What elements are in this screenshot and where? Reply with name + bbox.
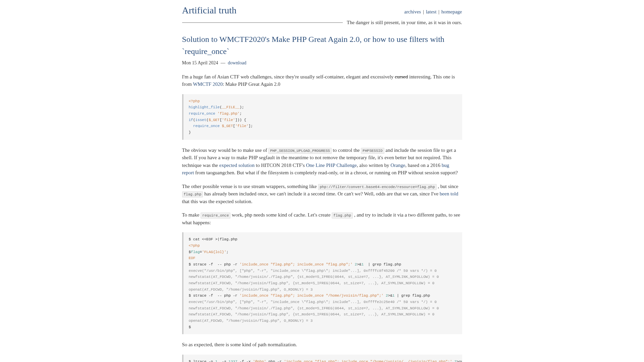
article-title[interactable]: Solution to WMCTF2020's Make PHP Great A…: [182, 33, 462, 57]
code-token: [: [220, 118, 222, 122]
code-token: | grep flag.php: [394, 294, 430, 298]
code-token: execve("/usr/bin/php", ["php", "-r", "in…: [189, 300, 437, 304]
code-token: 'include_once "flag.php"; include_once "…: [239, 262, 353, 266]
code-token: >&: [357, 262, 361, 266]
code-token: EOF: [189, 256, 196, 260]
code-token: 'include_once "flag.php"; include_once "…: [284, 360, 452, 362]
text: to control the: [332, 147, 361, 153]
expected-solution-link[interactable]: expected solution: [219, 163, 255, 168]
paragraph-stream: The other possible venue is to use strea…: [182, 183, 462, 205]
code-token: flag: [191, 250, 200, 254]
inline-code: flag.php: [182, 191, 203, 197]
code-block-strace: $ cat <<EOF >|flag.php <?php $flag='FLAG…: [182, 232, 462, 334]
code-token: 'flag.php': [217, 112, 239, 116]
code-token: if: [189, 118, 193, 122]
text: , also written by: [357, 163, 390, 168]
nav-latest[interactable]: latest: [426, 9, 437, 14]
code-token: >&: [388, 294, 392, 298]
code-token: 'file': [222, 118, 235, 122]
code-token: php -r: [266, 360, 284, 362]
code-token: );: [239, 105, 244, 109]
been-told-link[interactable]: been told: [440, 191, 458, 196]
inline-code: php://filter/convert.base64-encode/resou…: [318, 184, 436, 190]
code-token: -f -x: [237, 360, 253, 362]
text: The obvious way would be to make use of: [182, 147, 269, 153]
text: : Make PHP Great Again 2.0: [223, 81, 280, 87]
text: has already been included once, we can't…: [203, 191, 440, 196]
code-token: <?php: [189, 99, 200, 103]
text: from taoguangchen. But what if the files…: [194, 170, 458, 175]
article-date: Mon 15 April 2024: [182, 60, 218, 65]
nav-archives[interactable]: archives: [404, 9, 421, 14]
code-token: openat(AT_FDCWD, "/home/jvoisin/flag.php…: [189, 288, 313, 292]
text: that this was the expected solution.: [182, 199, 253, 204]
one-line-php-link[interactable]: One Line PHP Challenge: [306, 163, 357, 168]
code-token: highlight_file: [189, 105, 220, 109]
inline-code: PHP_SESSION_UPLOAD_PROGRESS: [268, 148, 331, 154]
site-title[interactable]: Artificial truth: [182, 3, 237, 17]
paragraph-obvious: The obvious way would be to make use of …: [182, 146, 462, 177]
top-nav: archives | latest | homepage: [404, 8, 462, 16]
code-token: ];: [249, 124, 253, 128]
code-token: <?php: [189, 244, 200, 248]
code-token: 1337: [228, 360, 237, 362]
code-token: ])) {: [235, 118, 246, 122]
code-token: newfstatat(AT_FDCWD, "/home/jvoisin/flag…: [189, 312, 435, 316]
code-token: require_once: [189, 124, 220, 128]
code-token: 2: [383, 294, 388, 298]
nav-homepage[interactable]: homepage: [441, 9, 462, 14]
code-token: 'include_once "flag.php"; include_once "…: [239, 294, 383, 298]
code-token: newfstatat(AT_FDCWD, "/home/jvoisin/./fl…: [189, 306, 439, 310]
code-token: $: [189, 325, 191, 329]
code-token: $ strace -f -- php -r: [189, 294, 240, 298]
code-token: __FILE__: [222, 105, 240, 109]
code-token: }: [189, 130, 191, 134]
paragraph-intro: I'm a huge fan of Asian CTF web challeng…: [182, 73, 462, 88]
code-token: require_once: [189, 112, 215, 116]
code-token: [452, 360, 454, 362]
code-token: | grep flag.php: [364, 262, 401, 266]
orange-link[interactable]: Orange: [390, 163, 405, 168]
code-token: '@php': [253, 360, 266, 362]
code-token: newfstatat(AT_FDCWD, "/home/jvoisin/./fl…: [189, 275, 439, 279]
inline-code: flag.php: [332, 213, 353, 219]
nav-sep: |: [422, 9, 425, 14]
text: work, php needs some kind of cache. Let'…: [230, 212, 332, 218]
paragraph-cache: To make require_once work, php needs som…: [182, 211, 462, 226]
text: I'm a huge fan of Asian CTF web challeng…: [182, 74, 395, 79]
code-token: $_GET: [222, 124, 233, 128]
text: , based on a 2016: [405, 163, 441, 168]
text: To make: [182, 212, 201, 218]
code-token: $_GET: [209, 118, 220, 122]
code-token: $ strace -f -- php -r: [189, 262, 240, 266]
text: , but since: [437, 184, 459, 189]
code-token: -s: [217, 360, 228, 362]
code-token: ;: [226, 250, 229, 254]
meta-dash: —: [219, 60, 226, 65]
code-token: >out.txt: [457, 360, 462, 362]
code-block-php: <?php highlight_file(__FILE__); require_…: [182, 94, 462, 140]
code-token: (: [220, 105, 222, 109]
article-meta: Mon 15 April 2024 — download: [182, 59, 462, 66]
code-token: openat(AT_FDCWD, "/home/jvoisin/flag.php…: [189, 319, 313, 323]
code-token: 2: [353, 262, 357, 266]
paragraph-normalization: So as expected, there is some kind of pa…: [182, 341, 462, 349]
code-token: ;: [239, 112, 242, 116]
code-token: execve("/usr/bin/php", ["php", "-r", "in…: [189, 269, 437, 273]
tagline-row: The danger is still present, in your tim…: [182, 19, 462, 26]
code-token: newfstatat(AT_FDCWD, "/home/jvoisin/flag…: [189, 281, 435, 285]
tagline: The danger is still present, in your tim…: [347, 19, 462, 26]
download-link[interactable]: download: [228, 60, 246, 65]
code-token: 'file': [235, 124, 249, 128]
code-token: isset: [195, 118, 206, 122]
code-token: $ ltrace -n: [189, 360, 215, 362]
inline-code: PHPSESSID: [361, 148, 384, 154]
text: The other possible venue is to use strea…: [182, 184, 318, 189]
code-token: 1: [361, 262, 364, 266]
wmctf-link[interactable]: WMCTF 2020: [193, 81, 223, 87]
strike-text: cursed: [395, 74, 408, 79]
inline-code: require_once: [201, 213, 230, 219]
code-token: 'FLAG{lol}': [202, 250, 226, 254]
divider-line: [182, 22, 343, 23]
code-token: $ cat <<EOF >|flag.php: [189, 237, 237, 241]
